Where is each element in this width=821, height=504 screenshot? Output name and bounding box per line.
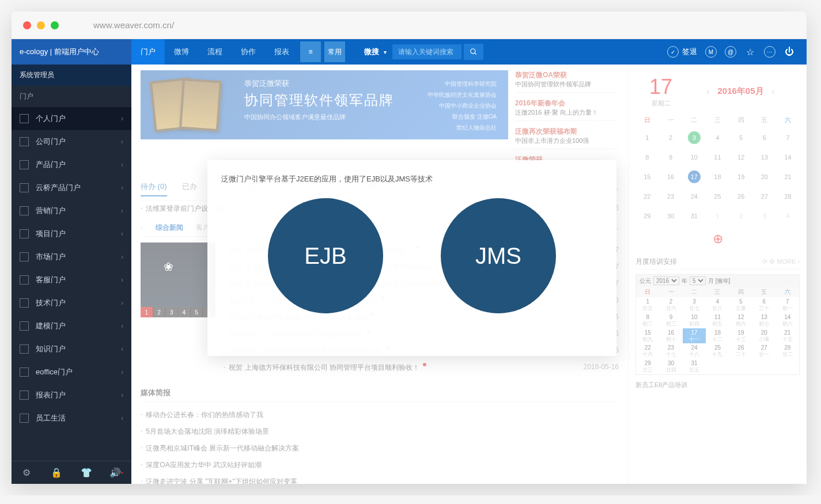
nav-tab[interactable]: 门户 xyxy=(131,39,165,65)
news-row[interactable]: ·祝贺 上海德方环保科技有限公司 协同管理平台项目顺利验收！2016-05-16 xyxy=(224,359,619,376)
mini-cal-cell[interactable]: 3廿七 xyxy=(683,297,706,313)
thumb-page[interactable]: 2 xyxy=(153,307,166,317)
cal-cell[interactable]: 6 xyxy=(753,128,777,147)
sidebar-section-portal[interactable]: 门户 xyxy=(12,86,131,107)
search-input[interactable] xyxy=(392,44,461,59)
cal-cell[interactable]: 28 xyxy=(776,187,800,206)
mini-cal-cell[interactable]: 26二十 xyxy=(729,343,752,359)
cal-cell[interactable]: 5 xyxy=(729,128,753,147)
settings-icon[interactable]: ⚙ xyxy=(12,467,41,478)
sidebar-item[interactable]: 产品门户› xyxy=(12,153,131,176)
cal-cell[interactable]: 30 xyxy=(659,206,683,226)
sidebar-item[interactable]: 客服门户› xyxy=(12,268,131,291)
mini-cal-cell[interactable]: 7初一 xyxy=(776,297,799,313)
cal-cell[interactable]: 1 xyxy=(635,128,659,147)
media-row[interactable]: ·泛微亮相京城IT峰会 展示新一代移动融合解决方案 xyxy=(141,440,619,457)
window-min-dot[interactable] xyxy=(37,21,45,29)
sidebar-item[interactable]: eoffice门户› xyxy=(12,361,131,384)
cal-cell[interactable]: 14 xyxy=(776,147,800,167)
mini-cal-cell[interactable]: 13初七 xyxy=(752,313,775,328)
cal-cell[interactable]: 21 xyxy=(776,167,800,187)
mini-cal-cell[interactable]: 29廿三 xyxy=(636,359,659,374)
sidebar-item[interactable]: 技术门户› xyxy=(12,291,131,314)
mini-cal-cell[interactable] xyxy=(729,359,752,374)
thumb-page[interactable]: 4 xyxy=(178,307,191,317)
cal-cell[interactable]: 17 xyxy=(682,167,706,187)
sidebar-item[interactable]: 知识门户› xyxy=(12,338,131,361)
power-icon[interactable]: ⏻ xyxy=(784,46,795,58)
news-prev[interactable]: ‹ xyxy=(141,224,143,232)
mini-cal-cell[interactable]: 28廿二 xyxy=(776,343,799,359)
calendar-add-button[interactable]: ⊕ xyxy=(635,226,800,252)
mini-cal-cell[interactable] xyxy=(752,359,775,374)
sidebar-item[interactable]: 市场门户› xyxy=(12,245,131,268)
dropdown-icon[interactable]: ▾ xyxy=(384,49,387,55)
cal-cell[interactable]: 29 xyxy=(635,206,659,226)
mini-cal-cell[interactable]: 27廿一 xyxy=(752,343,775,359)
mini-cal-cell[interactable] xyxy=(776,359,799,374)
cal-cell[interactable]: 31 xyxy=(682,206,706,226)
sidebar-item[interactable]: 员工生活› xyxy=(12,407,131,430)
thumb-page[interactable]: 1 xyxy=(141,307,153,317)
cal-cell[interactable]: 2 xyxy=(729,206,753,226)
cal-cell[interactable]: 3 xyxy=(753,206,777,226)
mini-cal-cell[interactable]: 19十三 xyxy=(729,328,752,344)
mini-cal-cell[interactable]: 24十八 xyxy=(683,343,706,359)
more-icon[interactable]: ⋯ xyxy=(764,46,775,58)
announcement-item[interactable]: 泛微再次荣获福布斯中国非上市潜力企业100强 xyxy=(515,127,619,149)
mini-cal-cell[interactable]: 11初五 xyxy=(706,313,729,328)
media-row[interactable]: ·深度OA应用发力华中 武汉站好评如潮 xyxy=(141,457,619,473)
task-tab[interactable]: 待办 (0) xyxy=(141,181,167,196)
announcement-item[interactable]: 2016年新春年会泛微2016 耕·聚 向上的力量！ xyxy=(515,98,619,121)
year-select[interactable]: 2016 xyxy=(653,276,679,285)
cal-cell[interactable]: 11 xyxy=(706,147,729,167)
calendar-month[interactable]: 2016年05月 xyxy=(717,86,763,97)
sidebar-item[interactable]: 个人门户› xyxy=(12,107,131,130)
cal-cell[interactable]: 12 xyxy=(729,147,753,167)
window-close-dot[interactable] xyxy=(23,21,31,29)
refresh-icon[interactable]: ⟳ xyxy=(762,258,767,265)
banner[interactable]: 恭贺泛微荣获 协同管理软件领军品牌 中国协同办公领域客户满意最佳品牌 中国管理科… xyxy=(141,70,508,139)
announcement-item[interactable]: 恭贺泛微OA荣获中国协同管理软件领军品牌 xyxy=(515,70,619,93)
mini-cal-cell[interactable]: 5立夏 xyxy=(729,297,752,313)
mini-cal-cell[interactable]: 12初六 xyxy=(729,313,752,328)
lock-icon[interactable]: 🔒 xyxy=(41,467,71,478)
sidebar-item[interactable]: 公司门户› xyxy=(12,130,131,153)
mini-cal-cell[interactable]: 18十二 xyxy=(706,328,729,344)
cal-cell[interactable]: 9 xyxy=(659,147,683,167)
media-row[interactable]: ·5月首场大会落地沈阳 演绎精彩体验场景 xyxy=(141,423,619,440)
cal-cell[interactable]: 1 xyxy=(706,206,729,226)
cal-cell[interactable]: 8 xyxy=(635,147,659,167)
bottom-notice[interactable]: 新员工E8产品培训 xyxy=(635,375,800,389)
mini-cal-cell[interactable] xyxy=(706,359,729,374)
mini-cal-cell[interactable]: 8初二 xyxy=(636,313,659,328)
cal-cell[interactable]: 25 xyxy=(706,187,729,206)
mini-cal-cell[interactable]: 14初八 xyxy=(776,313,799,328)
mini-cal-cell[interactable]: 1廿五 xyxy=(636,297,659,313)
cal-next[interactable]: › xyxy=(772,87,775,96)
mini-cal-cell[interactable]: 17十一 xyxy=(683,328,706,344)
mini-cal-cell[interactable]: 16初十 xyxy=(659,328,682,344)
cal-cell[interactable]: 20 xyxy=(753,167,777,187)
m-icon[interactable]: M xyxy=(705,46,717,58)
cal-cell[interactable]: 18 xyxy=(706,167,729,187)
mini-cal-cell[interactable]: 9初三 xyxy=(659,313,682,328)
menu-icon[interactable]: ≡ xyxy=(300,41,321,62)
cal-cell[interactable]: 24 xyxy=(682,187,706,206)
mini-cal-cell[interactable]: 2廿六 xyxy=(659,297,682,313)
more-link[interactable]: MORE › xyxy=(777,258,800,265)
cal-cell[interactable]: 15 xyxy=(635,167,659,187)
cal-cell[interactable]: 4 xyxy=(776,206,800,226)
mini-cal-cell[interactable]: 6三十 xyxy=(752,297,775,313)
cal-cell[interactable]: 4 xyxy=(706,128,729,147)
nav-tab[interactable]: 微博 xyxy=(165,39,198,65)
mini-cal-cell[interactable]: 25十九 xyxy=(706,343,729,359)
nav-tab[interactable]: 流程 xyxy=(198,39,232,65)
sidebar-item[interactable]: 营销门户› xyxy=(12,199,131,222)
window-max-dot[interactable] xyxy=(51,21,59,29)
mini-cal-cell[interactable]: 20小满 xyxy=(752,328,775,344)
nav-tab[interactable]: 报表 xyxy=(265,39,298,65)
sidebar-item[interactable]: 云桥产品门户› xyxy=(12,176,131,199)
star-icon[interactable]: ☆ xyxy=(744,46,756,58)
mini-cal-cell[interactable]: 23十七 xyxy=(659,343,682,359)
